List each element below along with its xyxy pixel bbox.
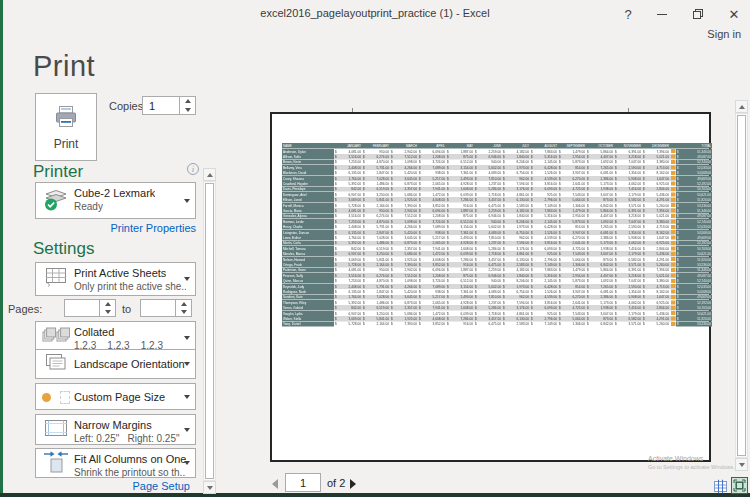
scaling-dropdown[interactable]: Fit All Columns on One P... Shrink the p… [35, 448, 196, 478]
pages-label: Pages: [8, 303, 42, 315]
print-button[interactable]: Print [35, 93, 97, 161]
collation-label: Collated [74, 326, 114, 338]
chevron-down-icon [184, 395, 190, 399]
down-arrow-icon [181, 310, 187, 314]
page-number-input[interactable]: 1 [285, 473, 321, 492]
minimize-button[interactable] [646, 0, 678, 28]
activate-windows-watermark-sub: Go to Settings to activate Windows. [648, 464, 735, 470]
pages-to-label: to [122, 303, 131, 315]
margins-icon [41, 418, 71, 442]
orientation-dropdown[interactable]: Landscape Orientation [35, 349, 196, 379]
next-page-button[interactable] [350, 479, 356, 489]
printer-section-heading: Printer [33, 162, 83, 182]
close-button[interactable]: ✕ [718, 0, 750, 28]
page-setup-link[interactable]: Page Setup [35, 480, 190, 492]
help-button[interactable]: ? [612, 0, 644, 28]
chevron-down-icon [184, 199, 190, 203]
up-arrow-icon [181, 302, 187, 306]
table-row: Yang, Daniel$5,728.00$2,164.00$7,390.00$… [282, 321, 712, 326]
preview-scrollbar-track[interactable] [735, 113, 748, 458]
collated-icon [41, 326, 71, 350]
copies-decrement-button[interactable] [180, 106, 195, 115]
down-arrow-icon [185, 108, 191, 112]
print-preview-page: NAMEJANUARYFEBRUARYMARCHAPRILMAYJUNEJULY… [270, 112, 711, 462]
titlebar: excel2016_pagelayoutprint_practice (1) -… [0, 0, 750, 28]
copies-stepper[interactable]: 1 [142, 96, 196, 115]
show-margins-button[interactable] [712, 478, 728, 494]
pages-to-decrement[interactable] [176, 308, 191, 316]
orientation-label: Landscape Orientation [74, 358, 185, 370]
custom-page-size-icon [41, 388, 71, 406]
page-title: Print [33, 50, 95, 83]
window-bottom-edge [0, 493, 750, 497]
preview-table: NAMEJANUARYFEBRUARYMARCHAPRILMAYJUNEJULY… [282, 143, 712, 327]
preview-scrollbar-down-button[interactable] [735, 458, 748, 471]
up-arrow-icon [105, 302, 111, 306]
settings-section-heading: Settings [33, 239, 94, 259]
pages-to-stepper[interactable] [140, 299, 192, 317]
fit-columns-icon [41, 449, 71, 477]
preview-scrollbar-up-button[interactable] [735, 100, 748, 113]
scroll-up-icon [739, 105, 745, 109]
pages-from-decrement[interactable] [100, 308, 115, 316]
margins-sublabel: Left: 0.25" Right: 0.25" [74, 433, 180, 444]
printer-status: Ready [74, 201, 103, 212]
window-title: excel2016_pagelayoutprint_practice (1) -… [260, 7, 489, 19]
up-arrow-icon [185, 99, 191, 103]
print-what-dropdown[interactable]: Print Active Sheets Only print the activ… [35, 262, 196, 296]
chevron-down-icon [184, 428, 190, 432]
previous-page-button[interactable] [272, 479, 278, 489]
scroll-down-icon [207, 486, 213, 490]
printer-properties-link[interactable]: Printer Properties [35, 222, 196, 234]
print-button-label: Print [36, 137, 96, 151]
printer-name: Cube-2 Lexmark [74, 187, 155, 199]
scaling-label: Fit All Columns on One P... [74, 453, 186, 465]
minimize-icon [657, 14, 667, 15]
printer-selector-dropdown[interactable]: Cube-2 Lexmark Ready [35, 182, 196, 219]
chevron-down-icon [184, 277, 190, 281]
show-margins-icon [713, 479, 728, 494]
page-size-label: Custom Page Size [74, 391, 165, 403]
pages-from-increment[interactable] [100, 300, 115, 308]
chevron-down-icon [184, 461, 190, 465]
pages-from-stepper[interactable] [64, 299, 116, 317]
copies-value: 1 [149, 100, 155, 112]
pages-to-increment[interactable] [176, 300, 191, 308]
print-what-sublabel: Only print the active she... [74, 281, 186, 292]
scroll-down-icon [739, 463, 745, 467]
sign-in-link[interactable]: Sign in [707, 28, 741, 40]
backstage-accent-strip [0, 0, 3, 493]
close-icon: ✕ [729, 7, 740, 22]
scaling-sublabel: Shrink the printout so th... [74, 467, 186, 478]
activate-windows-watermark: Activate Windows [648, 455, 703, 462]
preview-scrollbar-thumb[interactable] [737, 115, 746, 456]
margins-dropdown[interactable]: Narrow Margins Left: 0.25" Right: 0.25" [35, 414, 196, 445]
chevron-down-icon [184, 336, 190, 340]
print-what-label: Print Active Sheets [74, 267, 166, 279]
printer-device-icon [41, 186, 71, 216]
copies-increment-button[interactable] [180, 97, 195, 106]
active-sheets-icon [41, 267, 71, 291]
zoom-to-page-button[interactable] [731, 477, 748, 494]
settings-scrollbar-thumb[interactable] [205, 183, 214, 479]
settings-scrollbar-track[interactable] [203, 181, 216, 481]
page-count-label: of 2 [327, 477, 345, 489]
settings-scrollbar-up-button[interactable] [203, 168, 216, 181]
restore-button[interactable] [682, 0, 714, 28]
down-arrow-icon [105, 310, 111, 314]
scroll-up-icon [207, 173, 213, 177]
chevron-down-icon [184, 362, 190, 366]
printer-icon [53, 105, 79, 129]
copies-label: Copies: [109, 100, 146, 112]
info-icon[interactable]: i [187, 163, 199, 175]
landscape-icon [41, 352, 71, 376]
page-size-dropdown[interactable]: Custom Page Size [35, 383, 196, 410]
help-icon: ? [624, 7, 631, 22]
excel-print-backstage: excel2016_pagelayoutprint_practice (1) -… [0, 0, 750, 497]
zoom-to-page-icon [733, 479, 746, 492]
settings-scrollbar-down-button[interactable] [203, 481, 216, 494]
restore-icon [692, 8, 704, 20]
margins-label: Narrow Margins [74, 419, 152, 431]
